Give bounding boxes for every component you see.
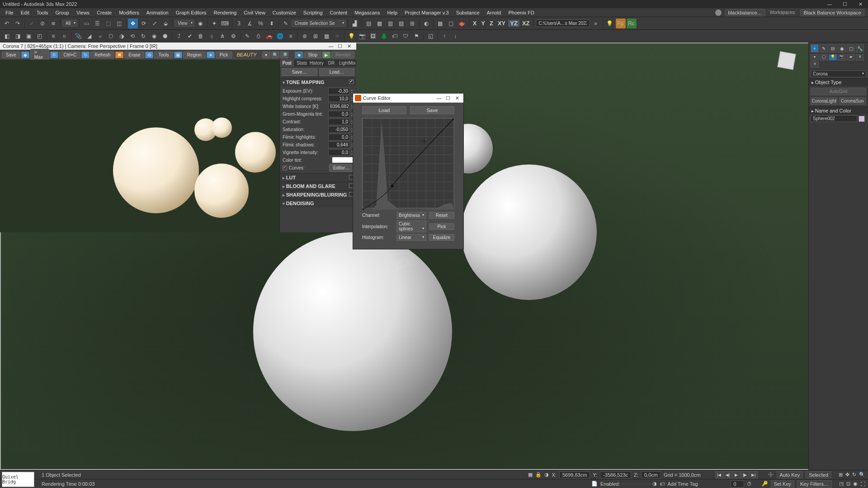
keymode-select[interactable]: Selected (806, 471, 831, 479)
window-crossing-button[interactable]: ◫ (114, 19, 124, 28)
nav-icon-5[interactable]: ◳ (839, 481, 844, 487)
x-value[interactable]: 5699,83cm (559, 471, 590, 479)
vfb-refresh-button[interactable]: Refresh (90, 52, 114, 58)
axis-xy[interactable]: XY (496, 20, 507, 27)
menu-file[interactable]: File (2, 10, 17, 15)
percent-snap-button[interactable]: % (256, 19, 266, 28)
tone-mapping-header[interactable]: TONE MAPPING (280, 78, 356, 86)
redo-button[interactable]: ↷ (13, 19, 23, 28)
goto-end[interactable]: ▶| (750, 471, 758, 479)
tb2-11[interactable]: ⟲ (127, 31, 137, 41)
gm-input[interactable]: 0,0 (328, 111, 350, 117)
plus-icon[interactable]: ➕ (768, 472, 774, 478)
vfb-tab-stats[interactable]: Stats (295, 60, 310, 66)
cp-shapes[interactable]: ◯ (820, 54, 828, 61)
menu-content[interactable]: Content (326, 10, 351, 15)
tb2-14[interactable]: ⬢ (160, 31, 170, 41)
tb2-car[interactable]: 🚗 (264, 31, 274, 41)
tb2-print[interactable]: ⎙ (253, 31, 263, 41)
axis-y[interactable]: Y (479, 20, 487, 27)
unlink-button[interactable]: ⊘ (38, 19, 47, 28)
vfb-tab-dr[interactable]: DR (324, 60, 339, 66)
vfb-load2-button[interactable]: Load… (319, 68, 355, 76)
cp-utilities-tab[interactable]: 🔧 (856, 44, 864, 52)
tone-mapping-checkbox[interactable] (349, 80, 354, 84)
use-center-button[interactable]: ◉ (195, 19, 205, 28)
curve-maximize[interactable]: ☐ (443, 95, 453, 101)
keyfilters-button[interactable]: Key Filters… (797, 480, 832, 488)
fs-input[interactable]: 0,648 (328, 141, 350, 148)
edit-selection-button[interactable]: ✎ (281, 19, 291, 28)
curve-minimize[interactable]: — (434, 95, 443, 101)
tb2-3[interactable]: ▣ (24, 31, 33, 41)
tb2-4[interactable]: ◰ (34, 31, 44, 41)
tb2-attach[interactable]: 📎 (73, 31, 83, 41)
tb2-13[interactable]: ◉ (149, 31, 159, 41)
menu-grapheditors[interactable]: Graph Editors (172, 10, 210, 15)
nav-icon-2[interactable]: ✥ (845, 472, 849, 478)
curve-editor-button[interactable]: ▧ (396, 19, 406, 28)
denoise-header[interactable]: DENOISING (280, 199, 356, 207)
menu-create[interactable]: Create (93, 10, 115, 15)
vfb-tomax-icon[interactable]: ◆ (21, 52, 29, 58)
isolate-icon[interactable]: ◑ (652, 481, 657, 487)
enabled-input[interactable] (623, 483, 650, 485)
spinner-snap-button[interactable]: ⬍ (267, 19, 277, 28)
tb2-up[interactable]: ↑ (439, 31, 449, 41)
nav-icon-6[interactable]: ⊡ (846, 481, 850, 487)
render-frame-button[interactable]: ▢ (446, 19, 456, 28)
setkey-button[interactable]: Set Key (771, 480, 795, 488)
tb2-10[interactable]: ◑ (117, 31, 127, 41)
curve-equalize-button[interactable]: Equalize (429, 234, 454, 241)
corona-vfb-window[interactable]: Corona 7 | 826×465px (1:1) | Camera: Fre… (0, 42, 356, 232)
vig-input[interactable]: 0,0 (328, 149, 350, 156)
vfb-close[interactable]: ✕ (344, 43, 354, 49)
close-button[interactable]: ✕ (853, 1, 868, 7)
vfb-zoom-in[interactable]: 🔎 (280, 52, 288, 58)
vfb-tomax-button[interactable]: > Max (30, 49, 50, 61)
select-rotate-button[interactable]: ⟳ (139, 19, 149, 28)
project-path[interactable] (536, 19, 590, 27)
tb2-brush[interactable]: ✎ (242, 31, 252, 41)
vfb-region-button[interactable]: Region (183, 52, 206, 58)
layer-manager-button[interactable]: ▦ (375, 19, 385, 28)
vfb-region-icon[interactable]: ▣ (174, 52, 182, 58)
vfb-stop-button[interactable]: Stop (304, 52, 322, 58)
fh-input[interactable]: 0,0 (328, 134, 350, 141)
nav-icon-3[interactable]: ↻ (852, 472, 856, 478)
select-move-button[interactable]: ✥ (128, 19, 138, 28)
menu-help[interactable]: Help (383, 10, 401, 15)
menu-phoenixfd[interactable]: Phoenix FD (505, 10, 538, 15)
nav-icon-1[interactable]: ⊞ (839, 472, 843, 478)
snap-icon[interactable]: ▦ (528, 472, 533, 478)
tb2-5[interactable]: ≡ (48, 31, 58, 41)
user-avatar-icon[interactable] (715, 9, 722, 16)
tb2-globe[interactable]: 🌐 (275, 31, 285, 41)
axis-yz[interactable]: YZ (508, 20, 519, 27)
render-setup-button[interactable]: ▦ (435, 19, 445, 28)
script-icon[interactable]: 📄 (591, 481, 598, 487)
workspace-selector[interactable]: Black Balance Workspace (800, 9, 864, 16)
goto-start[interactable]: |◀ (715, 471, 723, 479)
vfb-stop-icon[interactable]: ■ (295, 52, 303, 58)
tb2-dots[interactable]: ⁘ (332, 31, 342, 41)
undo-button[interactable]: ↶ (2, 19, 12, 28)
path-more-button[interactable]: » (591, 19, 601, 28)
toggle-ribbon-button[interactable]: ▥ (386, 19, 396, 28)
cp-lights[interactable]: 💡 (829, 54, 837, 61)
render-button[interactable]: 🫖 (457, 19, 467, 28)
interp-select[interactable]: Cubic splines (396, 221, 426, 232)
autokey-button[interactable]: Auto Key (777, 471, 803, 479)
bloom-header[interactable]: BLOOM AND GLARE (280, 182, 356, 190)
mirror-button[interactable]: ▟ (350, 19, 360, 28)
vfb-zoom-fit[interactable]: 🔍 (271, 52, 279, 58)
add-time-tag[interactable]: Add Time Tag (667, 481, 698, 487)
maximize-button[interactable]: ☐ (837, 1, 853, 7)
menu-arnold[interactable]: Arnold (483, 10, 505, 15)
account-name[interactable]: blackbalance… (725, 9, 765, 16)
menu-animation[interactable]: Animation (143, 10, 172, 15)
align-button[interactable]: ▤ (364, 19, 374, 28)
vfb-render-icon[interactable]: ▶ (322, 52, 330, 58)
time-config-icon[interactable]: ⏱ (747, 481, 752, 487)
tb2-flag[interactable]: ⚑ (411, 31, 421, 41)
